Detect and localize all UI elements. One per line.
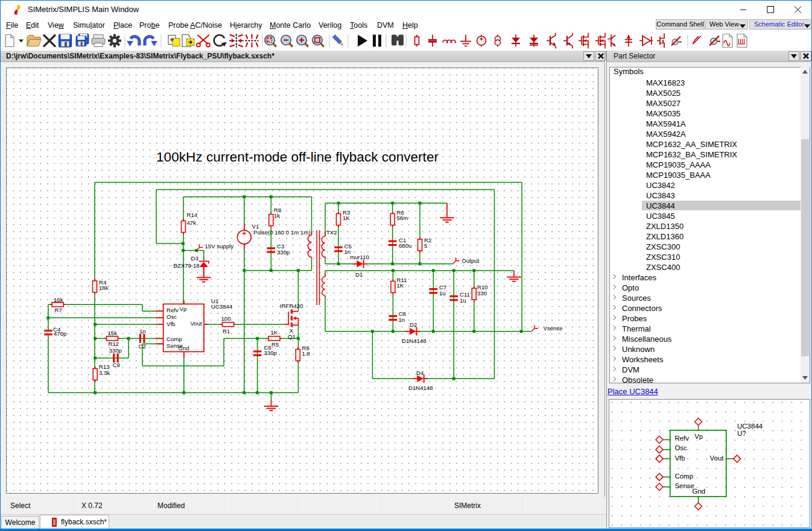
- svg-text:Vp: Vp: [180, 306, 187, 312]
- svg-text:Vfb: Vfb: [674, 454, 685, 462]
- svg-text:C2: C2: [139, 343, 146, 350]
- svg-text:Sense: Sense: [674, 482, 694, 489]
- svg-text:C9: C9: [113, 362, 120, 368]
- svg-text:Vout: Vout: [191, 320, 203, 327]
- svg-text:1n: 1n: [399, 316, 405, 323]
- svg-text:1.8: 1.8: [302, 350, 310, 357]
- svg-text:D1: D1: [355, 271, 363, 278]
- svg-text:100: 100: [221, 315, 231, 322]
- svg-text:BZX79-18: BZX79-18: [174, 262, 200, 269]
- svg-text:D1N4148: D1N4148: [402, 338, 427, 344]
- svg-text:1u: 1u: [439, 290, 446, 297]
- svg-text:330: 330: [477, 290, 487, 297]
- svg-text:16k: 16k: [54, 297, 63, 303]
- svg-text:Gnd: Gnd: [179, 345, 189, 351]
- svg-text:R12: R12: [109, 341, 119, 347]
- svg-text:330p: 330p: [277, 249, 290, 256]
- svg-text:1K: 1K: [271, 329, 278, 336]
- svg-text:IRFR420: IRFR420: [280, 303, 303, 309]
- svg-text:3.3k: 3.3k: [99, 369, 110, 376]
- svg-text:Output: Output: [462, 257, 480, 264]
- svg-text:47k: 47k: [187, 219, 197, 226]
- svg-text:330p: 330p: [264, 350, 277, 356]
- svg-text:mur110: mur110: [350, 254, 369, 260]
- svg-text:18k: 18k: [99, 284, 109, 291]
- svg-text:D1N4148: D1N4148: [408, 385, 433, 391]
- svg-text:U?: U?: [737, 430, 746, 437]
- svg-text:15k: 15k: [108, 330, 118, 336]
- svg-text:Q1: Q1: [288, 333, 296, 340]
- svg-text:Osc: Osc: [674, 444, 687, 451]
- svg-text:R7: R7: [55, 307, 62, 313]
- svg-text:56m: 56m: [397, 215, 408, 221]
- svg-text:470p: 470p: [54, 330, 66, 337]
- svg-text:Comp: Comp: [167, 336, 182, 342]
- svg-text:V1: V1: [252, 223, 259, 230]
- svg-text:R5: R5: [271, 341, 279, 348]
- svg-text:Vp: Vp: [694, 433, 703, 440]
- svg-text:X: X: [290, 327, 294, 334]
- svg-text:Vout: Vout: [710, 454, 725, 462]
- svg-text:1u: 1u: [460, 297, 466, 304]
- svg-text:Osc: Osc: [167, 313, 177, 320]
- svg-text:5: 5: [424, 242, 427, 249]
- svg-text:D3: D3: [191, 255, 198, 262]
- svg-text:Comp: Comp: [674, 473, 693, 480]
- svg-text:R1: R1: [223, 328, 230, 335]
- svg-text:Vfb: Vfb: [167, 321, 175, 327]
- svg-text:Pulse(0 160 0 1m 1m): Pulse(0 160 0 1m 1m): [253, 229, 310, 236]
- svg-text:D4: D4: [416, 369, 424, 376]
- svg-text:1n: 1n: [139, 328, 146, 335]
- svg-text:330p: 330p: [109, 347, 122, 354]
- svg-text:UC3844: UC3844: [737, 423, 763, 430]
- svg-text:1k: 1k: [274, 212, 280, 219]
- svg-text:R14: R14: [187, 212, 198, 218]
- svg-text:1K: 1K: [343, 215, 350, 221]
- svg-text:Vsense: Vsense: [544, 325, 563, 331]
- svg-text:15V supply: 15V supply: [205, 243, 234, 250]
- svg-text:D2: D2: [410, 321, 417, 328]
- svg-text:UC3844: UC3844: [211, 303, 233, 310]
- svg-text:1K: 1K: [397, 282, 404, 289]
- svg-text:Gnd: Gnd: [693, 488, 706, 495]
- svg-text:Refv: Refv: [167, 307, 179, 313]
- svg-text:680u: 680u: [399, 242, 411, 249]
- svg-text:Refv: Refv: [674, 435, 689, 442]
- svg-text:TX2: TX2: [326, 229, 337, 236]
- svg-text:100kHz current-mode off-line f: 100kHz current-mode off-line flyback con…: [156, 149, 439, 165]
